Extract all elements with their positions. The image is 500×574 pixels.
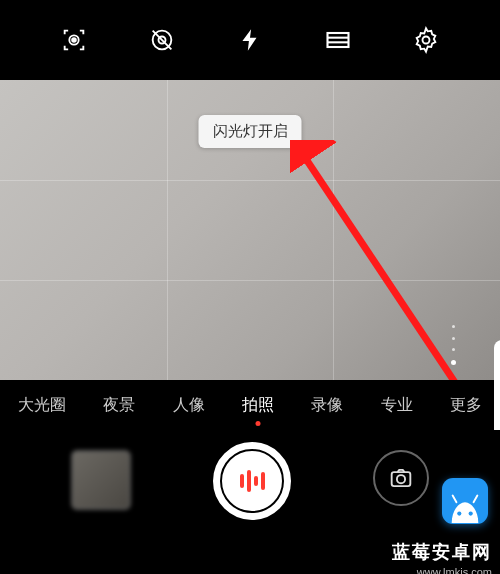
watermark-url: www.lmkjs.com	[417, 566, 492, 574]
mode-video[interactable]: 录像	[303, 395, 351, 416]
camera-viewfinder[interactable]: 闪光灯开启	[0, 80, 500, 380]
switch-camera-button[interactable]	[373, 450, 429, 506]
svg-line-9	[300, 150, 460, 380]
svg-point-13	[469, 512, 473, 516]
annotation-arrow	[290, 140, 490, 380]
settings-icon[interactable]	[412, 26, 440, 54]
svg-point-11	[397, 475, 405, 483]
ai-indicator-icon	[220, 449, 284, 513]
svg-point-1	[72, 38, 76, 42]
lens-icon[interactable]	[60, 26, 88, 54]
grid-line	[167, 80, 168, 380]
grid-line	[0, 180, 500, 181]
mode-pro[interactable]: 专业	[373, 395, 421, 416]
mode-portrait[interactable]: 人像	[165, 395, 213, 416]
mode-photo[interactable]: 拍照	[234, 395, 282, 416]
mode-selector: 大光圈 夜景 人像 拍照 录像 专业 更多	[0, 380, 500, 430]
svg-point-12	[457, 512, 461, 516]
aspect-icon[interactable]	[324, 26, 352, 54]
zoom-indicator[interactable]	[452, 325, 455, 365]
svg-line-15	[474, 496, 478, 503]
svg-point-8	[423, 37, 430, 44]
camera-top-toolbar	[0, 0, 500, 80]
grid-line	[333, 80, 334, 380]
motion-off-icon[interactable]	[148, 26, 176, 54]
watermark-logo-icon	[442, 478, 488, 524]
shutter-button[interactable]	[213, 442, 291, 520]
side-handle[interactable]	[494, 340, 500, 440]
watermark-brand: 蓝莓安卓网	[392, 540, 492, 564]
gallery-thumbnail[interactable]	[71, 450, 131, 510]
svg-line-14	[453, 496, 457, 503]
svg-rect-5	[328, 33, 349, 47]
mode-aperture[interactable]: 大光圈	[10, 395, 74, 416]
flash-toast: 闪光灯开启	[199, 115, 302, 148]
grid-line	[0, 280, 500, 281]
flash-icon[interactable]	[236, 26, 264, 54]
mode-more[interactable]: 更多	[442, 395, 490, 416]
mode-night[interactable]: 夜景	[95, 395, 143, 416]
